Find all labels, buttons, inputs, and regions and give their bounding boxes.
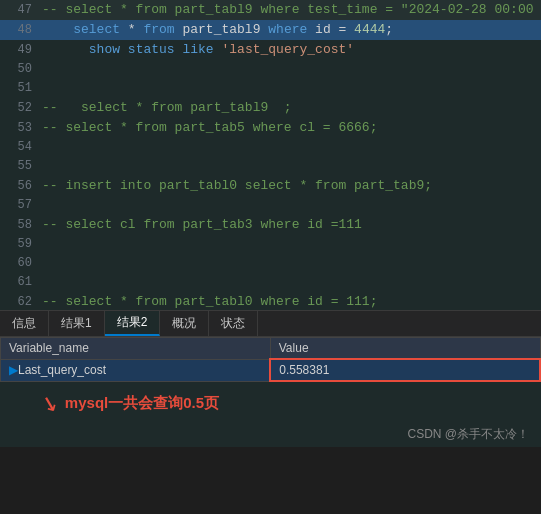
tab-结果2[interactable]: 结果2 <box>105 311 161 336</box>
code-line: 53-- select * from part_tab5 where cl = … <box>0 118 541 138</box>
code-line: 49 show status like 'last_query_cost' <box>0 40 541 60</box>
code-line: 59 <box>0 235 541 254</box>
editor-area: 47-- select * from part_tabl9 where test… <box>0 0 541 310</box>
footer-text: CSDN @杀手不太冷！ <box>0 422 541 447</box>
line-content: -- select * from part_tabl9 where test_t… <box>42 0 537 19</box>
cell-value: 0.558381 <box>270 359 540 381</box>
col-header-varname: Variable_name <box>1 338 271 360</box>
line-content: show status like 'last_query_cost' <box>42 40 537 59</box>
code-line: 51 <box>0 79 541 98</box>
line-content: select * from part_tabl9 where id = 4444… <box>42 20 537 39</box>
code-line: 52-- select * from part_tabl9 ; <box>0 98 541 118</box>
line-number: 56 <box>4 177 32 196</box>
line-number: 60 <box>4 254 32 273</box>
code-line: 62-- select * from part_tabl0 where id =… <box>0 292 541 310</box>
line-content: -- select * from part_tabl9 ; <box>42 98 537 117</box>
arrow-icon: ↘ <box>38 382 63 419</box>
code-line: 60 <box>0 254 541 273</box>
annotation-area: ↘ mysql一共会查询0.5页 <box>0 382 541 422</box>
code-line: 50 <box>0 60 541 79</box>
line-number: 47 <box>4 1 32 20</box>
col-header-value: Value <box>270 338 540 360</box>
code-line: 54 <box>0 138 541 157</box>
tab-状态[interactable]: 状态 <box>209 311 258 336</box>
code-line: 58-- select cl from part_tab3 where id =… <box>0 215 541 235</box>
line-number: 59 <box>4 235 32 254</box>
line-number: 58 <box>4 216 32 235</box>
line-number: 52 <box>4 99 32 118</box>
line-number: 48 <box>4 21 32 40</box>
tab-信息[interactable]: 信息 <box>0 311 49 336</box>
line-number: 55 <box>4 157 32 176</box>
tab-结果1[interactable]: 结果1 <box>49 311 105 336</box>
line-content: -- select * from part_tab5 where cl = 66… <box>42 118 537 137</box>
line-number: 50 <box>4 60 32 79</box>
line-number: 54 <box>4 138 32 157</box>
annotation-row: ↘ mysql一共会查询0.5页 <box>12 388 529 418</box>
line-number: 51 <box>4 79 32 98</box>
line-content: -- select * from part_tabl0 where id = 1… <box>42 292 537 310</box>
code-line: 47-- select * from part_tabl9 where test… <box>0 0 541 20</box>
code-line: 57 <box>0 196 541 215</box>
line-number: 62 <box>4 293 32 310</box>
line-number: 49 <box>4 41 32 60</box>
result-table: Variable_name Value ▶Last_query_cost0.55… <box>0 337 541 382</box>
line-number: 61 <box>4 273 32 292</box>
cell-varname: ▶Last_query_cost <box>1 359 271 381</box>
annotation-text: mysql一共会查询0.5页 <box>65 394 219 413</box>
tabs-bar: 信息结果1结果2概况状态 <box>0 311 541 337</box>
line-number: 57 <box>4 196 32 215</box>
code-line: 55 <box>0 157 541 176</box>
line-content: -- insert into part_tabl0 select * from … <box>42 176 537 195</box>
table-row[interactable]: ▶Last_query_cost0.558381 <box>1 359 541 381</box>
code-line: 48 select * from part_tabl9 where id = 4… <box>0 20 541 40</box>
line-content: -- select cl from part_tab3 where id =11… <box>42 215 537 234</box>
code-line: 56-- insert into part_tabl0 select * fro… <box>0 176 541 196</box>
code-line: 61 <box>0 273 541 292</box>
line-number: 53 <box>4 119 32 138</box>
tab-概况[interactable]: 概况 <box>160 311 209 336</box>
bottom-panel: 信息结果1结果2概况状态 Variable_name Value ▶Last_q… <box>0 310 541 447</box>
